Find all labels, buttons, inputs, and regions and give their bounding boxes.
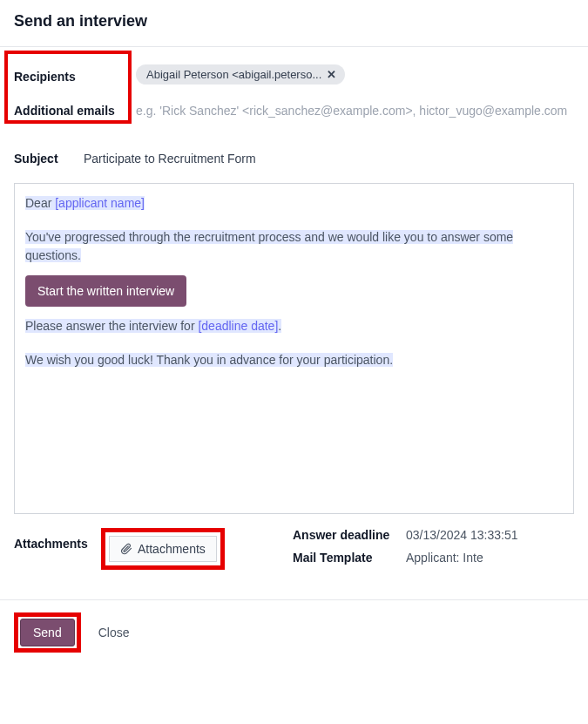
body-token-applicant: [applicant name] xyxy=(55,196,145,210)
answer-deadline-value[interactable]: 03/13/2024 13:33:51 xyxy=(406,528,574,542)
attachments-label: Attachments xyxy=(14,528,101,551)
highlight-send: Send xyxy=(14,612,81,653)
subject-label: Subject xyxy=(14,146,84,166)
body-line-intro: You've progressed through the recruitmen… xyxy=(25,228,563,265)
answer-deadline-row: Answer deadline 03/13/2024 13:33:51 xyxy=(293,528,574,542)
body-text: Dear xyxy=(25,196,55,210)
recipients-label: Recipients xyxy=(14,64,136,84)
additional-emails-row: Additional emails e.g. 'Rick Sanchez' <r… xyxy=(0,86,588,122)
body-line-deadline: Please answer the interview for [deadlin… xyxy=(25,317,563,335)
body-line-closing: We wish you good luck! Thank you in adva… xyxy=(25,351,563,369)
subject-input[interactable]: Participate to Recruitment Form xyxy=(84,146,574,166)
subject-row: Subject Participate to Recruitment Form xyxy=(0,122,588,167)
mail-template-row: Mail Template Applicant: Inte xyxy=(293,551,574,565)
body-text: Please answer the interview for xyxy=(25,319,198,333)
additional-emails-label: Additional emails xyxy=(14,98,136,118)
close-icon[interactable]: ✕ xyxy=(327,68,336,81)
body-text: We wish you good luck! Thank you in adva… xyxy=(25,353,393,367)
additional-emails-input[interactable]: e.g. 'Rick Sanchez' <rick_sanchez@exampl… xyxy=(136,98,574,120)
body-line-greeting: Dear [applicant name] xyxy=(25,194,563,213)
send-button[interactable]: Send xyxy=(20,619,75,646)
body-token-deadline: [deadline date] xyxy=(198,319,278,333)
recipients-value[interactable]: Abigail Peterson <abigail.peterso... ✕ xyxy=(136,64,574,85)
start-interview-button[interactable]: Start the written interview xyxy=(25,275,186,307)
mail-template-label: Mail Template xyxy=(293,551,406,565)
paperclip-icon xyxy=(120,543,132,555)
recipient-tag-text: Abigail Peterson <abigail.peterso... xyxy=(146,68,321,81)
recipients-row: Recipients Abigail Peterson <abigail.pet… xyxy=(0,56,588,86)
body-text: . xyxy=(278,319,281,333)
dialog-header: Send an interview xyxy=(0,0,588,47)
recipient-tag[interactable]: Abigail Peterson <abigail.peterso... ✕ xyxy=(136,64,345,85)
attachments-button-label: Attachments xyxy=(138,542,206,556)
body-text: You've progressed through the recruitmen… xyxy=(25,230,513,262)
mail-template-value[interactable]: Applicant: Inte xyxy=(406,551,574,565)
close-button[interactable]: Close xyxy=(86,619,142,646)
attachments-button[interactable]: Attachments xyxy=(109,536,217,562)
highlight-attachments: Attachments xyxy=(101,528,225,570)
body-editor[interactable]: Dear [applicant name] You've progressed … xyxy=(14,183,574,514)
answer-deadline-label: Answer deadline xyxy=(293,528,406,542)
dialog-footer: Send Close xyxy=(0,599,588,665)
page-title: Send an interview xyxy=(14,12,574,30)
